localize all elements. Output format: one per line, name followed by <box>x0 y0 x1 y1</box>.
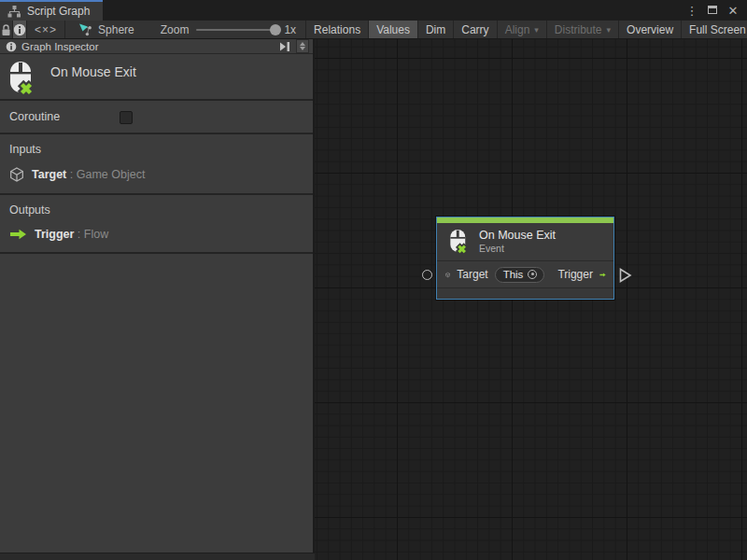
trigger-port-label: Trigger <box>557 268 593 281</box>
graph-canvas[interactable] <box>315 39 747 560</box>
dock-panel-icon[interactable] <box>278 41 291 52</box>
toolbar-toggles: Relations Values Dim Carry Align ▾ Distr… <box>305 21 747 38</box>
full-screen-button[interactable]: Full Screen <box>682 21 747 38</box>
zoom-slider-handle[interactable] <box>270 24 281 35</box>
inputs-section: Inputs Target : Game Object <box>0 134 313 195</box>
node-input-port[interactable] <box>422 270 432 280</box>
title-bar: Script Graph ⋮ ✕ <box>0 0 747 21</box>
tab-label: Script Graph <box>27 5 90 18</box>
target-port-label: Target <box>457 268 487 281</box>
zoom-label: Zoom <box>161 23 190 36</box>
output-name: Trigger <box>35 228 74 241</box>
carry-button[interactable]: Carry <box>454 21 497 38</box>
flow-arrow-icon <box>599 269 606 281</box>
unit-title: On Mouse Exit <box>50 62 136 79</box>
coroutine-row: Coroutine <box>0 101 313 134</box>
node-title: On Mouse Exit <box>479 229 556 243</box>
inputs-header: Inputs <box>9 143 303 156</box>
mouse-exit-icon <box>7 62 35 95</box>
chevron-down-icon: ▾ <box>534 25 539 35</box>
info-icon <box>13 23 26 36</box>
padlock-icon <box>0 23 12 36</box>
scroll-up-icon[interactable] <box>300 42 305 46</box>
script-graph-asset-icon <box>78 23 92 36</box>
game-object-cube-icon <box>445 268 450 282</box>
zoom-slider[interactable] <box>196 29 276 31</box>
overview-button[interactable]: Overview <box>619 21 682 38</box>
outputs-section: Outputs Trigger : Flow <box>0 195 313 254</box>
scroll-down-icon[interactable] <box>300 47 305 50</box>
align-dropdown[interactable]: Align ▾ <box>498 21 547 38</box>
inspector-scroll-spinner[interactable] <box>296 39 309 53</box>
panel-bottom-strip <box>0 553 315 560</box>
game-object-cube-icon <box>9 167 24 182</box>
mouse-exit-icon <box>448 230 469 254</box>
output-row-trigger: Trigger : Flow <box>9 228 303 241</box>
node-footer <box>437 288 613 299</box>
input-row-target: Target : Game Object <box>9 167 303 182</box>
node-output-port[interactable] <box>619 268 632 283</box>
graph-inspector-title: Graph Inspector <box>21 41 98 52</box>
object-picker-icon[interactable] <box>528 270 537 279</box>
inspector-toggle-button[interactable] <box>13 21 27 38</box>
node-header[interactable]: On Mouse Exit Event <box>437 223 613 261</box>
unit-title-block: On Mouse Exit <box>0 54 313 101</box>
graph-target-label: Sphere <box>98 23 134 36</box>
values-button[interactable]: Values <box>369 21 418 38</box>
zoom-control: Zoom 1x <box>146 21 305 38</box>
maximize-icon[interactable] <box>704 3 721 18</box>
input-name: Target <box>32 168 66 181</box>
coroutine-label: Coroutine <box>9 110 60 123</box>
graph-hierarchy-icon <box>7 6 21 18</box>
coroutine-checkbox[interactable] <box>120 111 133 124</box>
target-value-pill[interactable]: This <box>495 267 545 283</box>
output-type: Flow <box>84 228 108 241</box>
graph-target-ref[interactable]: Sphere <box>65 21 146 38</box>
node-subtitle: Event <box>479 243 556 254</box>
graph-inspector-panel: Graph Inspector On Mouse Exit Corout <box>0 39 315 553</box>
chevron-down-icon: ▾ <box>607 25 612 35</box>
zoom-value: 1x <box>284 23 296 36</box>
distribute-dropdown[interactable]: Distribute ▾ <box>547 21 619 38</box>
node-on-mouse-exit[interactable]: On Mouse Exit Event Target This Trigger <box>436 217 614 300</box>
flow-arrow-icon <box>9 229 27 240</box>
script-graph-window: Script Graph ⋮ ✕ <×> <box>0 0 747 560</box>
outputs-header: Outputs <box>9 203 303 217</box>
code-view-button[interactable]: <×> <box>27 21 65 38</box>
graph-inspector-header: Graph Inspector <box>0 39 313 54</box>
target-value: This <box>503 269 524 280</box>
lock-button[interactable] <box>0 21 13 38</box>
node-port-row: Target This Trigger <box>437 261 613 288</box>
window-controls: ⋮ ✕ <box>684 0 747 21</box>
dim-button[interactable]: Dim <box>418 21 454 38</box>
relations-button[interactable]: Relations <box>305 21 369 38</box>
close-icon[interactable]: ✕ <box>725 4 741 18</box>
tab-script-graph[interactable]: Script Graph <box>0 0 103 21</box>
kebab-menu-icon[interactable]: ⋮ <box>684 4 700 18</box>
input-type: Game Object <box>77 168 146 181</box>
info-icon <box>6 41 17 52</box>
graph-toolbar: <×> Sphere Zoom 1x Relations Values Dim … <box>0 21 747 39</box>
